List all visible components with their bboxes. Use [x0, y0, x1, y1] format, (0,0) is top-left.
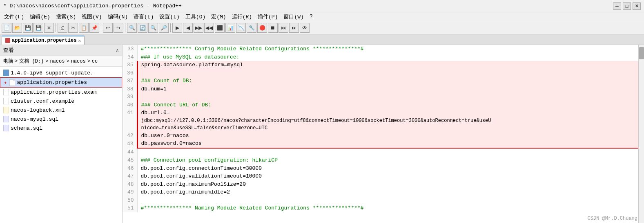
toolbar-b8[interactable]: 🔧: [247, 23, 256, 33]
file-name: 1.4.0-ipv6_support-update.: [11, 70, 94, 76]
line-num: 41: [123, 109, 137, 117]
menu-language[interactable]: 语言(L): [131, 12, 156, 21]
toolbar-b10[interactable]: ⏹: [268, 23, 278, 33]
tab-icon: [5, 38, 10, 43]
maximize-button[interactable]: □: [623, 2, 631, 10]
file-name: cluster.conf.example: [11, 98, 74, 104]
file-item-application-exam[interactable]: application.properties.exam: [0, 88, 122, 97]
code-line-43: 43 db.password.0=nacos: [123, 140, 644, 148]
toolbar-open[interactable]: 📂: [12, 23, 22, 33]
line-num: 49: [123, 188, 137, 196]
toolbar-b12[interactable]: ⏭: [289, 23, 299, 33]
toolbar-b11[interactable]: ⏮: [279, 23, 288, 33]
file-item-schema-sql[interactable]: schema.sql: [0, 124, 122, 133]
code-line-48: 48 db.pool.config.maximumPoolSize=20: [123, 180, 644, 189]
tab-application-properties[interactable]: application.properties ✕: [2, 36, 85, 45]
line-num: 40: [123, 101, 137, 109]
file-item-cluster-conf[interactable]: cluster.conf.example: [0, 97, 122, 106]
toolbar-zoom-out[interactable]: 🔎: [159, 23, 169, 33]
menu-plugins[interactable]: 插件(P): [255, 12, 280, 21]
file-item-logback[interactable]: nacos-logback.xml: [0, 106, 122, 115]
sep4: [170, 23, 171, 32]
sidebar-header: 查看 ∧: [0, 45, 122, 56]
menu-encode[interactable]: 编码(N): [105, 12, 130, 21]
toolbar-save[interactable]: 💾: [23, 23, 33, 33]
toolbar-replace[interactable]: 🔄: [138, 23, 147, 33]
menu-macro[interactable]: 宏(M): [209, 12, 228, 21]
code-content[interactable]: 33 #*************** Config Module Relate…: [123, 45, 644, 223]
toolbar-paste[interactable]: 📌: [89, 23, 99, 33]
line-code: ### Connect URL of DB:: [137, 101, 644, 109]
code-line-49: 49 db.pool.config.minimumIdle=2: [123, 188, 644, 196]
toolbar-copy[interactable]: 📋: [79, 23, 89, 33]
minimize-button[interactable]: ─: [613, 2, 621, 10]
line-num: 50: [123, 196, 137, 205]
tab-close-btn[interactable]: ✕: [78, 38, 81, 43]
file-name: application.properties: [17, 79, 87, 86]
toolbar-zoom-in[interactable]: 🔍: [148, 23, 158, 33]
menu-file[interactable]: 文件(F): [2, 12, 27, 21]
toolbar-print[interactable]: 🖨: [58, 23, 67, 33]
code-line-34: 34 ### If use MySQL as datasource:: [123, 53, 644, 61]
file-icon: [9, 79, 15, 86]
vertical-scrollbar[interactable]: [638, 45, 644, 223]
menu-view[interactable]: 视图(V): [79, 12, 104, 21]
code-line-44: 44: [123, 148, 644, 157]
menu-tools[interactable]: 工具(O): [183, 12, 208, 21]
toolbar-cut[interactable]: ✂: [68, 23, 78, 33]
code-line-41a: 41 db.url.0=: [123, 109, 644, 117]
folder-icon: [3, 70, 9, 76]
scrollbar-thumb[interactable]: [639, 47, 644, 59]
menu-search[interactable]: 搜索(S): [53, 12, 78, 21]
file-item-ipv6[interactable]: 1.4.0-ipv6_support-update.: [0, 68, 122, 77]
toolbar-new[interactable]: 📄: [2, 23, 11, 33]
toolbar-find[interactable]: 🔍: [127, 23, 137, 33]
menu-bar: 文件(F) 编辑(E) 搜索(S) 视图(V) 编码(N) 语言(L) 设置(I…: [0, 12, 644, 21]
file-icon: [3, 98, 9, 104]
title-text: * D:\nacos\nacos\conf\application.proper…: [3, 3, 182, 9]
menu-run[interactable]: 运行(R): [230, 12, 254, 21]
file-item-application-properties[interactable]: ✦ application.properties: [0, 77, 122, 88]
breadcrumb-computer[interactable]: 电脑: [3, 58, 13, 65]
toolbar-b5[interactable]: ⬛: [215, 23, 225, 33]
main-area: 查看 ∧ 电脑 > 文档 (D:) > nacos > nacos > cc 1…: [0, 45, 644, 223]
breadcrumb-nacos1[interactable]: nacos: [50, 59, 65, 64]
file-icon: [3, 89, 9, 95]
toolbar-b13[interactable]: 👁: [300, 23, 310, 33]
toolbar-close[interactable]: ✕: [44, 23, 54, 33]
menu-window[interactable]: 窗口(W): [281, 12, 306, 21]
line-num: 45: [123, 156, 137, 164]
line-num: 35: [123, 61, 137, 69]
close-button[interactable]: ✕: [633, 2, 641, 10]
code-line-39: 39: [123, 93, 644, 101]
line-num: 44: [123, 148, 137, 157]
svg-rect-0: [3, 70, 9, 76]
line-num: [123, 117, 137, 124]
sort-arrow-icon[interactable]: ∧: [116, 47, 119, 54]
menu-settings[interactable]: 设置(I): [157, 12, 182, 21]
toolbar-b4[interactable]: ◀◀: [204, 23, 214, 33]
line-code: ### If use MySQL as datasource:: [137, 53, 644, 61]
line-num: 37: [123, 77, 137, 85]
sidebar-title: 查看: [3, 47, 14, 54]
sep2: [101, 23, 101, 32]
breadcrumb-cc[interactable]: cc: [92, 59, 98, 64]
toolbar-undo[interactable]: ↩: [103, 23, 113, 33]
file-item-mysql-sql[interactable]: nacos-mysql.sql: [0, 115, 122, 124]
toolbar-b7[interactable]: 📉: [236, 23, 246, 33]
toolbar-b3[interactable]: ▶▶: [194, 23, 203, 33]
menu-edit[interactable]: 编辑(E): [27, 12, 52, 21]
breadcrumb-d[interactable]: 文档 (D:): [19, 58, 44, 65]
code-line-41b: jdbc:mysql://127.0.0.1:3306/nacos?charac…: [123, 117, 644, 124]
breadcrumb-nacos2[interactable]: nacos: [71, 59, 86, 64]
line-num: 46: [123, 164, 137, 173]
menu-help[interactable]: ?: [307, 13, 315, 20]
title-bar: * D:\nacos\nacos\conf\application.proper…: [0, 0, 644, 12]
toolbar-b1[interactable]: ▶: [172, 23, 182, 33]
svg-rect-3: [3, 89, 9, 95]
toolbar-save-all[interactable]: 💾: [33, 23, 43, 33]
toolbar-b9[interactable]: 🔴: [257, 23, 267, 33]
toolbar-b2[interactable]: ◀: [183, 23, 193, 33]
toolbar-b6[interactable]: 📊: [225, 23, 235, 33]
toolbar-redo[interactable]: ↪: [114, 23, 123, 33]
